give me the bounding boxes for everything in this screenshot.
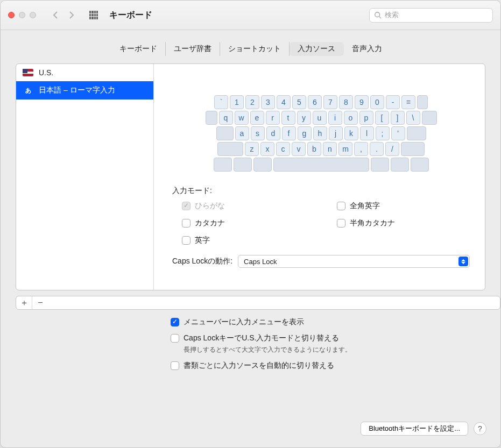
key-n: n bbox=[323, 142, 337, 156]
key-4: 4 bbox=[277, 95, 291, 109]
input-mode-3[interactable]: 半角カタカナ bbox=[337, 218, 470, 228]
tab-0[interactable]: キーボード bbox=[111, 42, 166, 56]
footer: Bluetoothキーボードを設定... ? bbox=[1, 422, 500, 447]
key-;: ; bbox=[376, 126, 390, 140]
input-mode-label: 英字 bbox=[195, 236, 210, 245]
input-mode-checkbox bbox=[182, 202, 190, 210]
key-,: , bbox=[354, 142, 368, 156]
option-1[interactable]: Caps LockキーでU.S.入力モードと切り替える bbox=[171, 333, 500, 343]
back-button[interactable] bbox=[48, 8, 63, 22]
option-label: メニューバーに入力メニューを表示 bbox=[184, 317, 304, 327]
tab-4[interactable]: 音声入力 bbox=[344, 42, 390, 56]
input-mode-grid: ひらがな全角英字カタカナ半角カタカナ英字 bbox=[172, 201, 470, 245]
modifier-key bbox=[417, 95, 428, 109]
key-6: 6 bbox=[308, 95, 322, 109]
forward-button[interactable] bbox=[64, 8, 79, 22]
key-x: x bbox=[260, 142, 274, 156]
input-mode-label: 半角カタカナ bbox=[350, 218, 395, 228]
key-b: b bbox=[307, 142, 321, 156]
key-9: 9 bbox=[355, 95, 369, 109]
input-mode-1[interactable]: 全角英字 bbox=[337, 201, 470, 211]
modifier-key bbox=[371, 158, 389, 172]
keyboard-layout-preview: `1234567890-=qwertyuiop[]\asdfghjkl;'zxc… bbox=[214, 95, 429, 173]
key-c: c bbox=[276, 142, 290, 156]
key-u: u bbox=[313, 111, 327, 125]
input-mode-checkbox[interactable] bbox=[337, 219, 345, 227]
caps-lock-value: Caps Lock bbox=[244, 258, 277, 266]
key-2: 2 bbox=[245, 95, 259, 109]
option-checkbox[interactable] bbox=[171, 334, 179, 343]
source-label: 日本語 – ローマ字入力 bbox=[39, 86, 115, 95]
modifier-key bbox=[206, 111, 217, 125]
global-options: メニューバーに入力メニューを表示Caps LockキーでU.S.入力モードと切り… bbox=[171, 317, 500, 371]
option-2[interactable]: 書類ごとに入力ソースを自動的に切り替える bbox=[171, 361, 500, 371]
key-s: s bbox=[251, 126, 265, 140]
key-l: l bbox=[360, 126, 374, 140]
option-checkbox[interactable] bbox=[171, 318, 179, 326]
search-input[interactable]: 検索 bbox=[369, 8, 493, 23]
key-v: v bbox=[292, 142, 306, 156]
key-7: 7 bbox=[323, 95, 337, 109]
key-h: h bbox=[313, 126, 327, 140]
key-': ' bbox=[391, 126, 405, 140]
updown-icon bbox=[458, 257, 468, 266]
bluetooth-keyboard-button[interactable]: Bluetoothキーボードを設定... bbox=[361, 422, 468, 436]
input-mode-checkbox[interactable] bbox=[182, 219, 190, 227]
close-icon[interactable] bbox=[8, 12, 15, 18]
modifier-key bbox=[253, 158, 272, 172]
tab-1[interactable]: ユーザ辞書 bbox=[166, 42, 220, 56]
key-]: ] bbox=[391, 111, 405, 125]
key-g: g bbox=[298, 126, 312, 140]
key--: - bbox=[386, 95, 400, 109]
modifier-key bbox=[217, 142, 243, 156]
key-y: y bbox=[297, 111, 311, 125]
modifier-key bbox=[401, 142, 425, 156]
modifier-key bbox=[411, 158, 429, 172]
key-0: 0 bbox=[370, 95, 384, 109]
modifier-key bbox=[234, 158, 252, 172]
titlebar: キーボード 検索 bbox=[1, 1, 500, 30]
window-controls bbox=[8, 12, 36, 18]
window-title: キーボード bbox=[109, 10, 152, 21]
key-3: 3 bbox=[261, 95, 275, 109]
caps-lock-select[interactable]: Caps Lock bbox=[238, 255, 470, 268]
key-8: 8 bbox=[339, 95, 353, 109]
us-flag-icon bbox=[23, 69, 33, 76]
option-checkbox[interactable] bbox=[171, 361, 179, 370]
input-mode-section-label: 入力モード: bbox=[172, 186, 470, 196]
source-label: U.S. bbox=[39, 68, 53, 77]
remove-source-button[interactable]: − bbox=[32, 296, 48, 309]
keyboard-preferences-window: キーボード 検索 キーボードユーザ辞書ショートカット入力ソース音声入力 U.S.… bbox=[0, 0, 501, 448]
key-1: 1 bbox=[230, 95, 244, 109]
add-source-button[interactable]: ＋ bbox=[16, 296, 32, 309]
option-hint: 長押しするとすべて大文字で入力できるようになります。 bbox=[184, 345, 500, 354]
help-button[interactable]: ? bbox=[474, 422, 486, 435]
modifier-key bbox=[407, 126, 426, 140]
input-mode-2[interactable]: カタカナ bbox=[182, 218, 315, 228]
key-a: a bbox=[235, 126, 249, 140]
caps-lock-row: Caps Lockの動作: Caps Lock bbox=[172, 255, 470, 268]
modifier-key bbox=[422, 111, 437, 125]
show-all-button[interactable] bbox=[86, 8, 102, 22]
tab-bar: キーボードユーザ辞書ショートカット入力ソース音声入力 bbox=[1, 30, 500, 63]
modifier-key bbox=[216, 126, 234, 140]
key-p: p bbox=[359, 111, 373, 125]
input-mode-0: ひらがな bbox=[182, 201, 315, 211]
chevron-left-icon bbox=[53, 11, 58, 19]
source-item-0[interactable]: U.S. bbox=[16, 64, 153, 81]
option-0[interactable]: メニューバーに入力メニューを表示 bbox=[171, 317, 500, 327]
key-m: m bbox=[338, 142, 352, 156]
source-item-1[interactable]: あ日本語 – ローマ字入力 bbox=[16, 81, 153, 99]
key-i: i bbox=[328, 111, 342, 125]
modifier-key bbox=[391, 158, 409, 172]
tab-3[interactable]: 入力ソース bbox=[290, 42, 344, 56]
jp-flag-icon: あ bbox=[23, 87, 33, 94]
key-q: q bbox=[219, 111, 233, 125]
input-mode-checkbox[interactable] bbox=[182, 236, 190, 245]
zoom-icon bbox=[30, 12, 36, 18]
input-mode-4[interactable]: 英字 bbox=[182, 236, 315, 245]
input-mode-checkbox[interactable] bbox=[337, 202, 345, 210]
key-`: ` bbox=[214, 95, 228, 109]
nav-buttons bbox=[48, 8, 79, 22]
tab-2[interactable]: ショートカット bbox=[220, 42, 290, 56]
